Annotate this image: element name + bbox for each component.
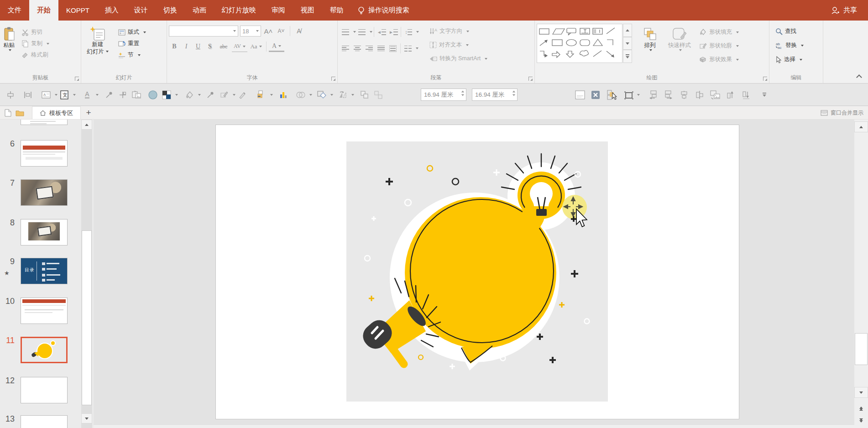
drawing-dialog-launcher[interactable] xyxy=(763,77,767,81)
font-size-combo[interactable]: 18 xyxy=(240,26,261,37)
tab-insert[interactable]: 插入 xyxy=(97,0,126,21)
new-document-icon[interactable] xyxy=(2,106,14,119)
align-left-icon[interactable] xyxy=(340,43,351,54)
slide-5-thumbnail-partial[interactable] xyxy=(21,120,68,125)
replace-button[interactable]: abac 替换 xyxy=(774,40,821,51)
new-tab-button[interactable]: + xyxy=(81,106,96,119)
text-box-icon[interactable]: A xyxy=(39,88,53,102)
find-button[interactable]: 查找 xyxy=(774,26,821,37)
tab-review[interactable]: 审阅 xyxy=(264,0,293,21)
ungroup-icon[interactable] xyxy=(371,88,385,102)
open-folder-icon[interactable] xyxy=(14,106,26,119)
tab-help[interactable]: 帮助 xyxy=(322,0,351,21)
line-spacing-icon[interactable]: ↕ xyxy=(403,26,414,37)
horizontal-scrollbar[interactable] xyxy=(94,424,854,428)
distribute-icon[interactable] xyxy=(387,43,399,54)
convert-smartart-button[interactable]: 转换为 SmartArt xyxy=(428,53,489,64)
align-center-horizontal-icon[interactable] xyxy=(677,88,691,102)
canvas-scrollbar[interactable] xyxy=(854,120,868,428)
canvas-scrollbar-thumb[interactable] xyxy=(855,333,868,365)
clipboard-dialog-launcher[interactable] xyxy=(75,77,79,81)
reset-button[interactable]: 重置 xyxy=(117,38,147,49)
slide-10-thumbnail[interactable] xyxy=(21,298,68,324)
select-button[interactable]: 选择 xyxy=(774,54,821,65)
vertical-text-box-icon[interactable]: 文 xyxy=(58,88,71,102)
width-spinner[interactable] xyxy=(512,90,516,96)
numbering-icon[interactable] xyxy=(356,26,368,37)
format-painter-button[interactable]: 格式刷 xyxy=(20,49,51,61)
slide-canvas[interactable] xyxy=(215,125,739,419)
group-icon[interactable] xyxy=(358,88,371,102)
columns-icon[interactable] xyxy=(402,43,414,54)
slide-13-thumbnail[interactable] xyxy=(21,415,68,428)
text-shadow-button[interactable]: S xyxy=(204,41,215,52)
text-direction-button[interactable]: A 文字方向 xyxy=(428,26,489,37)
align-right-edge-icon[interactable] xyxy=(662,88,675,102)
increase-indent-icon[interactable]: ► xyxy=(387,26,399,37)
tab-slideshow[interactable]: 幻灯片放映 xyxy=(214,0,264,21)
tab-transitions[interactable]: 切换 xyxy=(156,0,185,21)
shape-gallery-more-button[interactable] xyxy=(623,50,632,63)
shape-gallery-up-button[interactable] xyxy=(623,24,632,37)
layout-button[interactable]: 版式 xyxy=(117,26,147,38)
guides-icon[interactable] xyxy=(116,88,130,102)
strikethrough-button[interactable]: abc xyxy=(216,41,231,52)
justify-icon[interactable] xyxy=(375,43,387,54)
slide-6-thumbnail[interactable] xyxy=(21,140,68,167)
italic-button[interactable]: I xyxy=(181,41,192,52)
merge-shapes-icon[interactable] xyxy=(294,88,308,102)
font-color-button[interactable]: A xyxy=(269,41,284,52)
panel-scroll-up-button[interactable] xyxy=(81,120,92,130)
arrange-objects-icon[interactable] xyxy=(255,88,268,102)
decrease-indent-icon[interactable]: ◄ xyxy=(376,26,387,37)
shape-effects-button[interactable]: 形状效果 xyxy=(698,54,740,65)
collapse-ribbon-icon[interactable] xyxy=(857,74,862,78)
quick-styles-button[interactable]: 快速样式 xyxy=(664,24,695,69)
shape-gallery-down-button[interactable] xyxy=(623,37,632,50)
character-spacing-button[interactable]: AV xyxy=(232,41,247,52)
slide-8-thumbnail[interactable] xyxy=(21,219,68,245)
align-text-button[interactable]: 对齐文本 xyxy=(428,39,489,51)
cut-button[interactable]: 剪切 xyxy=(20,26,51,38)
oval-shape-icon[interactable] xyxy=(146,88,160,102)
shape-outline-2-icon[interactable] xyxy=(217,88,231,102)
delete-x-icon[interactable] xyxy=(589,88,602,102)
send-backward-icon[interactable] xyxy=(739,88,753,102)
align-center-icon[interactable] xyxy=(351,43,363,54)
slide-12-thumbnail[interactable] xyxy=(21,377,68,403)
section-button[interactable]: 节 xyxy=(117,49,147,61)
panel-scrollbar[interactable] xyxy=(81,120,92,428)
previous-slide-button[interactable] xyxy=(854,403,868,413)
tab-design[interactable]: 设计 xyxy=(126,0,156,21)
tab-koppt[interactable]: KOPPT xyxy=(58,0,97,21)
canvas-scroll-up-button[interactable] xyxy=(854,121,868,132)
align-left-edge-icon[interactable] xyxy=(646,88,660,102)
canvas-scroll-down-button[interactable] xyxy=(854,387,868,398)
bullets-icon[interactable] xyxy=(340,26,351,37)
shape-fill-2-icon[interactable] xyxy=(183,88,196,102)
theme-colors-icon[interactable] xyxy=(160,88,173,102)
bold-button[interactable]: B xyxy=(169,41,180,52)
paste-button[interactable]: 粘贴 xyxy=(2,24,16,69)
size-position-icon[interactable] xyxy=(622,88,635,102)
speech-bubble-lightbulb-illustration[interactable] xyxy=(346,141,608,402)
select-objects-icon[interactable] xyxy=(605,88,619,102)
paste-picture-icon[interactable] xyxy=(130,88,143,102)
font-color-2-icon[interactable]: A xyxy=(80,88,94,102)
distribute-horizontal-icon[interactable] xyxy=(21,88,35,102)
share-button[interactable]: 共享 xyxy=(820,0,868,21)
panel-scroll-down-button[interactable] xyxy=(81,413,92,423)
font-dialog-launcher[interactable] xyxy=(331,77,335,81)
tell-me-search[interactable]: 操作说明搜索 xyxy=(351,0,416,21)
color-picker-icon[interactable] xyxy=(204,88,217,102)
combine-shapes-icon[interactable] xyxy=(315,88,329,102)
paragraph-dialog-launcher[interactable] xyxy=(528,77,533,81)
shape-fill-button[interactable]: 形状填充 xyxy=(698,26,740,38)
illustration-background[interactable] xyxy=(346,141,608,402)
shape-outline-button[interactable]: 形状轮廓 xyxy=(698,40,740,52)
tab-view[interactable]: 视图 xyxy=(293,0,322,21)
change-picture-icon[interactable] xyxy=(708,88,722,102)
decrease-font-icon[interactable]: A˅ xyxy=(276,26,287,37)
align-middle-icon[interactable] xyxy=(4,88,17,102)
new-slide-button[interactable]: 新建幻灯片 xyxy=(83,24,112,69)
